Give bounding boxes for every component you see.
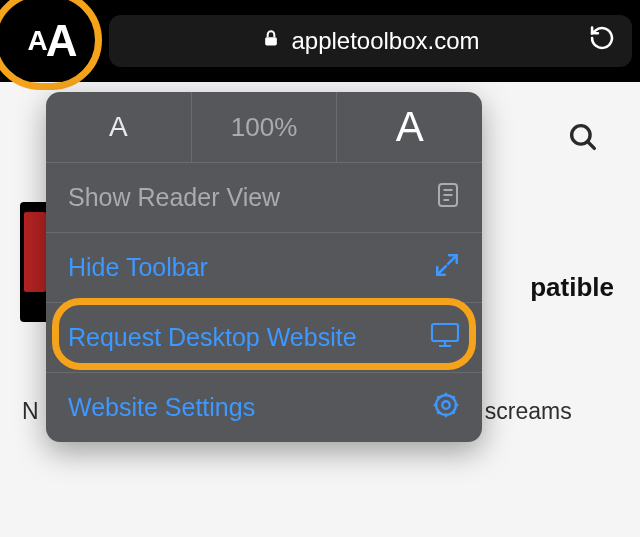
address-bar[interactable]: appletoolbox.com <box>109 15 632 67</box>
website-settings-label: Website Settings <box>68 393 255 422</box>
zoom-in-button[interactable]: A <box>337 92 482 162</box>
reader-icon <box>436 181 460 215</box>
gear-icon <box>432 391 460 425</box>
safari-top-bar: A A appletoolbox.com <box>0 0 640 82</box>
aa-large-glyph: A <box>46 19 78 63</box>
request-desktop-label: Request Desktop Website <box>68 323 357 352</box>
svg-line-1 <box>588 142 595 149</box>
article-title-fragment: patible <box>530 272 614 303</box>
svg-point-13 <box>442 401 449 408</box>
reader-view-label: Show Reader View <box>68 183 280 212</box>
zoom-percent-button[interactable]: 100% <box>192 92 338 162</box>
text-size-aa-button[interactable]: A A <box>0 0 105 82</box>
aa-small-glyph: A <box>27 27 47 55</box>
menu-item-reader-view[interactable]: Show Reader View <box>46 162 482 232</box>
search-icon[interactable] <box>566 120 600 158</box>
address-bar-domain: appletoolbox.com <box>291 27 479 55</box>
menu-item-hide-toolbar[interactable]: Hide Toolbar <box>46 232 482 302</box>
reload-icon[interactable] <box>588 24 616 58</box>
desktop-icon <box>430 322 460 354</box>
hide-toolbar-label: Hide Toolbar <box>68 253 208 282</box>
menu-item-website-settings[interactable]: Website Settings <box>46 372 482 442</box>
zoom-row: A 100% A <box>46 92 482 162</box>
aa-popover-menu: A 100% A Show Reader View Hide Toolbar R… <box>46 92 482 442</box>
zoom-out-label: A <box>109 111 128 143</box>
zoom-in-label: A <box>396 103 424 151</box>
lock-icon <box>261 27 281 55</box>
zoom-out-button[interactable]: A <box>46 92 192 162</box>
menu-item-request-desktop[interactable]: Request Desktop Website <box>46 302 482 372</box>
svg-rect-9 <box>432 324 458 341</box>
expand-icon <box>434 252 460 284</box>
svg-rect-2 <box>266 37 278 45</box>
zoom-percent-label: 100% <box>231 112 298 143</box>
